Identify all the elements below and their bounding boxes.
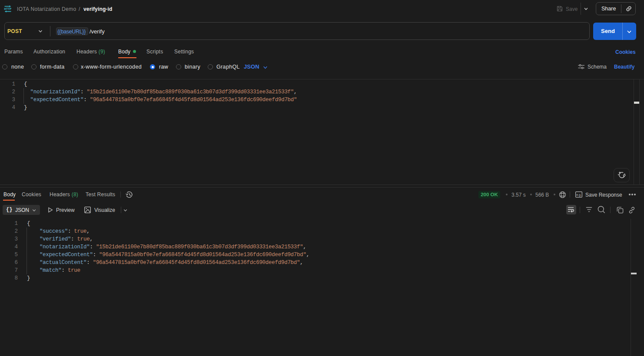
svg-text:e.g.: e.g. xyxy=(576,193,581,197)
svg-text:HTTP: HTTP xyxy=(4,7,12,10)
